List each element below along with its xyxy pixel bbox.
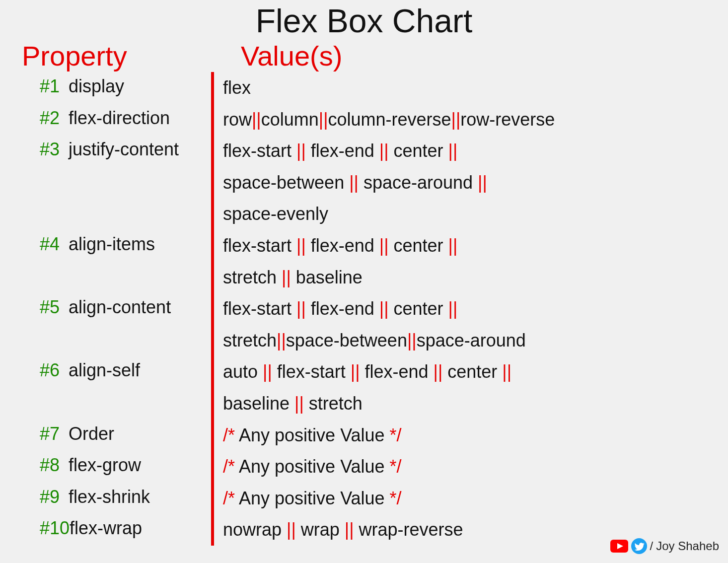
value-cell: flex-start || flex-end || center ||stret…	[214, 230, 708, 293]
separator: ||	[319, 109, 328, 130]
value-text: flex-start	[223, 298, 296, 319]
value-line: /* Any positive Value */	[223, 420, 708, 451]
value-line: /* Any positive Value */	[223, 451, 708, 483]
value-text: flex	[223, 77, 251, 98]
table-row: #5align-contentflex-start || flex-end ||…	[20, 293, 708, 356]
value-text: center	[389, 298, 448, 319]
value-line: row||column||column-reverse||row-reverse	[223, 104, 708, 136]
value-text: Any positive Value	[235, 456, 390, 477]
separator: /*	[223, 425, 235, 445]
separator: ||	[294, 393, 304, 414]
property-cell: #3justify-content	[20, 135, 211, 164]
table-row: #9flex-shrink/* Any positive Value */	[20, 483, 708, 514]
header-property: Property	[20, 40, 211, 72]
value-text: Any positive Value	[235, 425, 390, 445]
separator: /*	[223, 488, 235, 508]
value-cell: /* Any positive Value */	[214, 451, 708, 483]
property-name: align-content	[69, 293, 171, 322]
twitter-icon	[631, 538, 647, 554]
value-cell: /* Any positive Value */	[214, 420, 708, 451]
value-text: flex-end	[306, 298, 379, 319]
value-text: wrap	[296, 519, 345, 540]
value-line: stretch || baseline	[223, 262, 708, 293]
value-cell: flex	[214, 72, 708, 104]
property-name: justify-content	[69, 135, 179, 164]
property-name: display	[69, 72, 124, 101]
table-row: #4align-itemsflex-start || flex-end || c…	[20, 230, 708, 293]
value-line: /* Any positive Value */	[223, 483, 708, 514]
property-name: Order	[69, 420, 114, 448]
table-row: #3justify-contentflex-start || flex-end …	[20, 135, 708, 230]
table-row: #2flex-directionrow||column||column-reve…	[20, 104, 708, 136]
separator: ||	[287, 519, 296, 540]
value-text: center	[389, 141, 448, 161]
separator: ||	[502, 361, 511, 382]
table-row: #10flex-wrapnowrap || wrap || wrap-rever…	[20, 514, 708, 546]
row-number: #3	[40, 135, 69, 164]
property-name: flex-wrap	[70, 514, 142, 543]
separator: */	[390, 456, 402, 477]
youtube-icon	[610, 540, 628, 553]
credit-slash: /	[650, 539, 654, 553]
separator: ||	[448, 235, 458, 256]
separator: ||	[282, 267, 291, 287]
property-cell: #4align-items	[20, 230, 211, 259]
value-text: space-around	[417, 330, 526, 351]
value-text: space-between	[223, 172, 349, 193]
property-name: align-self	[69, 356, 140, 385]
value-text: baseline	[291, 267, 363, 287]
value-text: stretch	[223, 330, 277, 351]
header-value: Value(s)	[211, 40, 708, 72]
separator: ||	[451, 109, 461, 130]
value-cell: auto || flex-start || flex-end || center…	[214, 356, 708, 419]
value-text: row	[223, 109, 252, 130]
value-text: flex-start	[272, 361, 351, 382]
value-cell: flex-start || flex-end || center ||space…	[214, 135, 708, 230]
credit-name: Joy Shaheb	[656, 539, 719, 553]
value-text: auto	[223, 361, 263, 382]
row-number: #8	[40, 451, 69, 480]
property-name: flex-grow	[69, 451, 141, 480]
separator: ||	[407, 330, 417, 351]
value-text: wrap-reverse	[354, 519, 463, 540]
row-number: #5	[40, 293, 69, 322]
value-text: baseline	[223, 393, 294, 414]
value-text: column	[261, 109, 319, 130]
value-text: space-between	[286, 330, 407, 351]
separator: ||	[448, 298, 458, 319]
value-text: flex-end	[306, 141, 379, 161]
separator: ||	[345, 519, 354, 540]
value-line: space-evenly	[223, 198, 708, 230]
separator: ||	[296, 298, 306, 319]
row-number: #7	[40, 420, 69, 448]
value-text: stretch	[223, 267, 282, 287]
value-line: flex-start || flex-end || center ||	[223, 230, 708, 262]
value-text: column-reverse	[328, 109, 451, 130]
value-line: auto || flex-start || flex-end || center…	[223, 356, 708, 388]
separator: ||	[478, 172, 487, 193]
separator: ||	[351, 361, 360, 382]
property-cell: #7Order	[20, 420, 211, 448]
table-row: #6align-selfauto || flex-start || flex-e…	[20, 356, 708, 419]
row-number: #2	[40, 104, 69, 133]
value-text: flex-end	[306, 235, 379, 256]
table-row: #1displayflex	[20, 72, 708, 104]
separator: ||	[448, 141, 458, 161]
value-line: baseline || stretch	[223, 388, 708, 420]
credit: / Joy Shaheb	[610, 538, 719, 554]
row-number: #6	[40, 356, 69, 385]
property-cell: #10flex-wrap	[20, 514, 211, 543]
column-headers: Property Value(s)	[0, 40, 728, 72]
property-cell: #1display	[20, 72, 211, 101]
separator: ||	[277, 330, 286, 351]
separator: ||	[252, 109, 261, 130]
value-text: row-reverse	[460, 109, 555, 130]
table-row: #7Order/* Any positive Value */	[20, 420, 708, 451]
value-text: flex-start	[223, 235, 296, 256]
separator: ||	[434, 361, 443, 382]
property-cell: #6align-self	[20, 356, 211, 385]
value-text: Any positive Value	[235, 488, 390, 508]
value-line: flex	[223, 72, 708, 104]
separator: ||	[379, 141, 389, 161]
value-text: nowrap	[223, 519, 287, 540]
